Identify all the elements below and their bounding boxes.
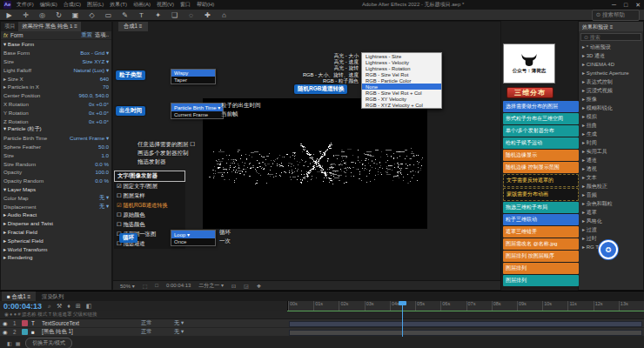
property-row[interactable]: Displacement 无 ▾ [1,202,111,211]
dropdown-item[interactable]: RGB - Size Vel Rot + Col [362,90,441,96]
footer-icon-button[interactable]: ◧ [7,340,12,346]
tool-icon[interactable]: ▶ [4,11,14,19]
effects-category[interactable]: ▸ 通道 [579,156,643,164]
current-timecode[interactable]: 0:00:04:13 [3,302,42,311]
footer-icon-button[interactable]: ▦ [16,340,21,346]
property-row[interactable]: Sphere Feather 50.0 [1,143,111,151]
property-row[interactable]: ▾ Layer Maps [1,185,111,194]
dropdown-item[interactable]: RGB - XYZ Velocity + Col [362,102,441,108]
tool-icon[interactable]: ◎ [37,11,47,19]
dropdown-item[interactable]: RGB - XY Velocity [362,96,441,102]
window-control-button[interactable]: ─ [612,2,616,9]
menu-item[interactable]: 视图(V) [157,1,174,9]
effects-category[interactable]: ▸ 遮罩 [579,208,643,217]
property-value[interactable]: Current Frame ▾ [70,135,109,141]
property-row[interactable]: ▾ Particle (粒子) [1,125,111,134]
property-row[interactable]: ▸ Rendering [1,253,111,262]
effects-category[interactable]: ▸ 3D 通道 [579,51,643,60]
window-control-button[interactable]: ✕ [635,2,641,9]
effects-category[interactable]: ▸ 表达式控制 [579,77,643,86]
property-row[interactable]: Opacity 100.0 [1,168,111,177]
overlay-checkbox-row[interactable]: ☐ 拖选颜色 [114,220,185,230]
overlay-checkbox-row[interactable]: ☐ 图层采样 [114,191,185,201]
dropdown-item[interactable]: RGB - Size Vel Rot [362,71,441,77]
property-value[interactable]: Size XYZ ▾ [82,58,109,64]
popup-item[interactable]: Wispy [171,70,215,77]
effects-category[interactable]: ▸ 模糊和锐化 [579,104,643,112]
tool-icon[interactable]: ▭ [104,11,113,19]
menu-item[interactable]: 合成(C) [64,1,81,9]
tool-icon[interactable]: ✦ [153,11,163,19]
layer-blend-mode[interactable]: 正常 [141,319,171,327]
property-value[interactable]: 0.0 % [95,177,109,184]
property-row[interactable]: X Rotation 0x +0.0° [1,100,111,109]
effects-category[interactable]: ▸ CINEMA 4D [579,60,643,69]
timeline-layer-row[interactable]: ◉ 2 ■ [黑色 纯色 1] 正常 无 ▾ [0,328,644,337]
property-row[interactable]: ▸ World Transform [1,244,111,253]
tool-icon[interactable]: ↻ [54,11,64,19]
property-value[interactable]: 0x +0.0° [89,101,109,107]
effects-category[interactable]: ▸ 透视 [579,164,643,173]
about-link[interactable]: 选项.. [95,31,109,39]
property-row[interactable]: ▸ Spherical Field [1,236,111,244]
timeline-icon-button[interactable]: ⚒ [57,303,62,310]
property-value[interactable]: 1.0 [101,152,109,158]
timeline-icon-button[interactable]: ◧ [86,303,92,310]
property-row[interactable]: Size 1.0 [1,151,111,159]
layer-label-color-chip[interactable] [22,329,28,335]
dropdown-item[interactable]: RGB - Particle Color [362,77,441,84]
effects-category[interactable]: ▸ 杂色和颗粒 [579,199,643,208]
property-row[interactable]: Size Random 0.0 % [1,159,111,168]
popup-item[interactable]: Taper [171,77,215,84]
viewer-control[interactable]: ⬚ [143,283,148,289]
overlay-checkbox-row[interactable]: ☑ 随机RGB通道转换 [114,201,185,211]
playhead-line[interactable] [402,301,403,337]
timeline-icon-button[interactable]: ⌕ [48,303,51,310]
dropdown-item[interactable]: None [362,84,441,90]
tool-icon[interactable]: ◇ [87,11,97,19]
effects-category[interactable]: ▸ 风格化 [579,217,643,225]
effects-category[interactable]: ▸ 沉浸式视频 [579,86,643,95]
property-row[interactable]: ▸ Disperse and Twist [1,219,111,228]
popup-item[interactable]: Once [171,238,215,245]
panel-tab[interactable]: 效果控件 黑色 纯色 1 ≡ [18,22,80,31]
layer-parent-select[interactable]: 无 ▾ [174,319,184,327]
tool-icon[interactable]: ❏ [170,11,179,19]
dropdown-item[interactable]: Lightness - Rotation [362,65,441,71]
menu-item[interactable]: 文件(F) [17,1,34,9]
visibility-eye-icon[interactable]: ◉ [3,329,10,335]
property-value[interactable]: 0.0 % [95,161,109,167]
property-row[interactable]: ▸ Particles in X 70 [1,83,111,91]
property-value[interactable]: 无 ▾ [99,203,109,211]
property-value[interactable]: 无 ▾ [99,194,109,202]
property-row[interactable]: Z Rotation 0x +0.0° [1,117,111,125]
viewer-control[interactable]: ❖ [257,283,261,289]
panel-tab[interactable]: 项目 [1,22,18,31]
menu-item[interactable]: 图层(L) [87,1,104,9]
property-row[interactable]: Base Form Box - Grid ▾ [1,49,111,57]
overlay-checkbox-row[interactable]: ☐ 原始颜色 [114,211,185,220]
effects-presets-tab[interactable]: 效果和预设 ≡ [579,22,643,31]
property-row[interactable]: Y Rotation 0x +0.0° [1,108,111,117]
overlay-checkbox-row[interactable]: ☑ 固定文字/图层 [114,182,185,191]
tool-icon[interactable]: ◌ [186,11,196,19]
effects-category[interactable]: ▸ 音频 [579,191,643,199]
layer-duration-bar[interactable] [289,330,642,336]
property-value[interactable]: 0x +0.0° [89,118,109,124]
property-row[interactable]: ▸ Size X 640 [1,74,111,83]
timeline-icon-button[interactable]: ⊞ [76,303,81,310]
property-value[interactable]: 0x +0.0° [89,110,109,116]
property-row[interactable]: Color Map 无 ▾ [1,193,111,202]
menu-item[interactable]: 帮助(H) [197,1,214,9]
tool-icon[interactable]: ✚ [203,11,212,19]
window-control-button[interactable]: □ [624,2,627,9]
timeline-tab[interactable]: 渲染队列 [37,291,69,301]
reset-link[interactable]: 重置 [81,31,92,39]
timeline-icon-button[interactable]: ♦ [67,303,70,310]
effects-category[interactable]: ▸ Synthetic Aperture [579,69,643,77]
layer-blend-mode[interactable]: 正常 [141,328,171,336]
property-row[interactable]: Center Position 960.0, 540.0 [1,91,111,100]
effects-category[interactable]: ▸ * 动画预设 [579,43,643,51]
popup-item[interactable]: Particle Birth Time ▾ [171,104,223,111]
composition-tab[interactable]: 合成1 ≡ [118,22,148,31]
